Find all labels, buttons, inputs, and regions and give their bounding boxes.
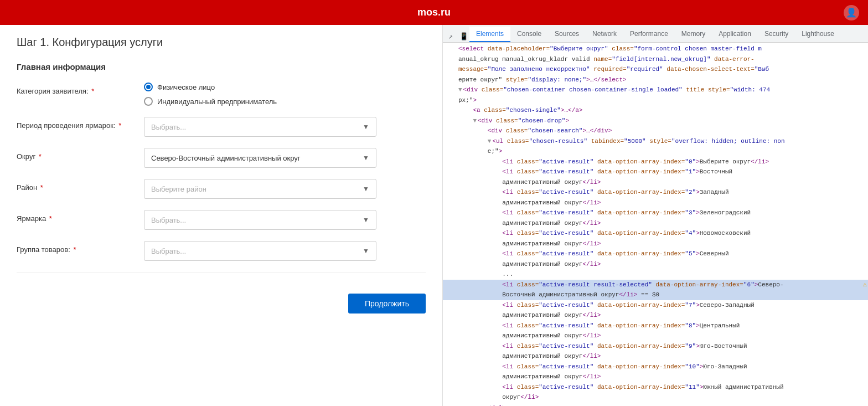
line-text: ерите округ" style="display: none;">…</s…	[458, 75, 866, 85]
code-line[interactable]: ▼<ul class="chosen-results" tabindex="50…	[443, 136, 868, 147]
code-line[interactable]: <select data-placeholder="Выберите округ…	[443, 44, 868, 54]
code-line[interactable]: административный округ</li>	[443, 259, 868, 270]
line-text: ▼<ul class="chosen-results" tabindex="50…	[458, 137, 866, 146]
code-line-content: ...	[443, 269, 868, 280]
line-text: административный округ</li>	[458, 372, 866, 382]
radio-fizlico-circle[interactable]	[144, 83, 153, 91]
field-period: Период проведения ярмарок: * Выбрать... …	[17, 117, 426, 137]
line-text: e;">	[458, 147, 866, 156]
field-category-label: Категория заявителя: *	[17, 83, 144, 95]
gruppa-chevron-icon: ▼	[363, 247, 369, 255]
line-text: административный округ</li>	[458, 311, 866, 320]
code-line[interactable]: <li class="active-result" data-option-ar…	[443, 341, 868, 352]
code-line[interactable]: <li class="active-result" data-option-ar…	[443, 187, 868, 198]
code-line-content: административный округ</li>	[443, 331, 868, 341]
code-line-content: <li class="active-result" data-option-ar…	[443, 167, 868, 177]
code-line[interactable]: административный округ</li>	[443, 310, 868, 321]
tab-sources[interactable]: Sources	[548, 27, 586, 42]
code-line[interactable]: message="Поле заполнено некорректно" req…	[443, 64, 868, 75]
continue-button[interactable]: Продолжить	[348, 294, 426, 314]
tab-elements[interactable]: Elements	[469, 27, 510, 42]
code-line[interactable]: <a class="chosen-single">…</a>	[443, 105, 868, 116]
code-line[interactable]: <li class="active-result" data-option-ar…	[443, 321, 868, 331]
cursor-icon[interactable]: ↗	[445, 31, 456, 42]
field-period-label: Период проведения ярмарок: *	[17, 117, 144, 130]
gruppa-select[interactable]: Выбрать... ▼	[144, 241, 376, 261]
code-line[interactable]: <li class="active-result" data-option-ar…	[443, 362, 868, 372]
line-text: <li class="active-result" data-option-ar…	[458, 342, 866, 351]
tab-network[interactable]: Network	[586, 27, 623, 42]
code-line[interactable]: административный округ</li>	[443, 351, 868, 362]
line-text: административный округ</li>	[458, 178, 866, 187]
devtools-content[interactable]: <select data-placeholder="Выберите округ…	[443, 43, 868, 406]
code-line[interactable]: ▼<div class="chosen-container chosen-con…	[443, 85, 868, 95]
code-line-content: <div class="chosen-search">…</div>	[443, 126, 868, 136]
code-line[interactable]: <li class="active-result" data-option-ar…	[443, 300, 868, 311]
line-text: message="Поле заполнено некорректно" req…	[458, 65, 866, 74]
code-line[interactable]: <li class="active-result" data-option-ar…	[443, 208, 868, 218]
code-line[interactable]: административный округ</li>	[443, 239, 868, 249]
tab-application[interactable]: Application	[712, 27, 758, 42]
yarmarka-select[interactable]: Выбрать... ▼	[144, 210, 376, 230]
period-select[interactable]: Выбрать... ▼	[144, 117, 376, 137]
tab-lighthouse[interactable]: Lighthouse	[795, 27, 841, 42]
rayon-select[interactable]: Выберите район ▼	[144, 179, 376, 199]
code-line-content: ▼<div class="chosen-container chosen-con…	[443, 85, 868, 95]
field-category-control: Физическое лицо Индивидуальный предприни…	[144, 83, 426, 106]
code-line[interactable]: anual_okrug manual_okrug_kladr valid nam…	[443, 54, 868, 65]
line-text: ...	[458, 270, 866, 279]
user-avatar[interactable]: 👤	[844, 5, 859, 20]
code-line-content: e;">	[443, 146, 868, 157]
code-line[interactable]: административный округ</li>	[443, 198, 868, 208]
code-line-content: <li class="active-result" data-option-ar…	[443, 208, 868, 218]
line-text: ▼<div class="chosen-drop">	[458, 116, 866, 126]
code-line[interactable]: </ul>	[443, 403, 868, 407]
field-gruppa: Группа товаров: * Выбрать... ▼	[17, 241, 426, 261]
radio-group-category: Физическое лицо Индивидуальный предприни…	[144, 83, 426, 106]
line-text: </ul>	[458, 403, 866, 407]
field-rayon-control: Выберите район ▼	[144, 179, 426, 199]
code-line[interactable]: <div class="chosen-search">…</div>	[443, 126, 868, 136]
line-text: <li class="active-result" data-option-ar…	[458, 249, 866, 259]
code-line[interactable]: округ</li>	[443, 392, 868, 403]
radio-ip[interactable]: Индивидуальный предприниматель	[144, 97, 426, 106]
rayon-placeholder: Выберите район	[151, 185, 206, 193]
code-line[interactable]: ▼<div class="chosen-drop">	[443, 116, 868, 126]
line-text: административный округ</li>	[458, 352, 866, 361]
okrug-select[interactable]: Северо-Восточный административный округ …	[144, 148, 376, 168]
code-line-content: административный округ</li>	[443, 310, 868, 321]
line-text: ▼<div class="chosen-container chosen-con…	[458, 85, 866, 95]
code-line[interactable]: административный округ</li>	[443, 372, 868, 382]
devtools-tabs: ↗ 📱 Elements Console Sources Network Per…	[443, 25, 868, 43]
page-title: Шаг 1. Конфигурация услуги	[17, 36, 426, 49]
line-text: административный округ</li>	[458, 260, 866, 269]
yarmarka-chevron-icon: ▼	[363, 216, 369, 224]
radio-ip-circle[interactable]	[144, 97, 153, 106]
tab-security[interactable]: Security	[758, 27, 795, 42]
device-icon[interactable]: 📱	[458, 31, 469, 42]
code-line-content: административный округ</li>	[443, 372, 868, 382]
code-line[interactable]: Восточный административный округ</li> ==…	[443, 290, 868, 300]
code-line[interactable]: ерите округ" style="display: none;">…</s…	[443, 75, 868, 85]
code-line[interactable]: ⚠ <li class="active-result result-select…	[443, 280, 868, 290]
radio-fizlico[interactable]: Физическое лицо	[144, 83, 426, 91]
line-text: округ</li>	[458, 393, 866, 402]
code-line[interactable]: ...	[443, 269, 868, 280]
code-line[interactable]: <li class="active-result" data-option-ar…	[443, 382, 868, 393]
line-text: административный округ</li>	[458, 219, 866, 228]
code-line[interactable]: <li class="active-result" data-option-ar…	[443, 228, 868, 239]
code-line[interactable]: административный округ</li>	[443, 218, 868, 229]
code-line[interactable]: <li class="active-result" data-option-ar…	[443, 249, 868, 259]
code-line[interactable]: административный округ</li>	[443, 331, 868, 341]
code-line-content: ерите округ" style="display: none;">…</s…	[443, 75, 868, 85]
code-line[interactable]: px;">	[443, 95, 868, 106]
warning-icon: ⚠	[863, 280, 867, 289]
tab-performance[interactable]: Performance	[623, 27, 675, 42]
tab-memory[interactable]: Memory	[675, 27, 712, 42]
code-line[interactable]: <li class="active-result" data-option-ar…	[443, 157, 868, 167]
field-gruppa-control: Выбрать... ▼	[144, 241, 426, 261]
code-line[interactable]: административный округ</li>	[443, 177, 868, 188]
code-line[interactable]: e;">	[443, 146, 868, 157]
tab-console[interactable]: Console	[510, 27, 548, 42]
code-line[interactable]: <li class="active-result" data-option-ar…	[443, 167, 868, 177]
